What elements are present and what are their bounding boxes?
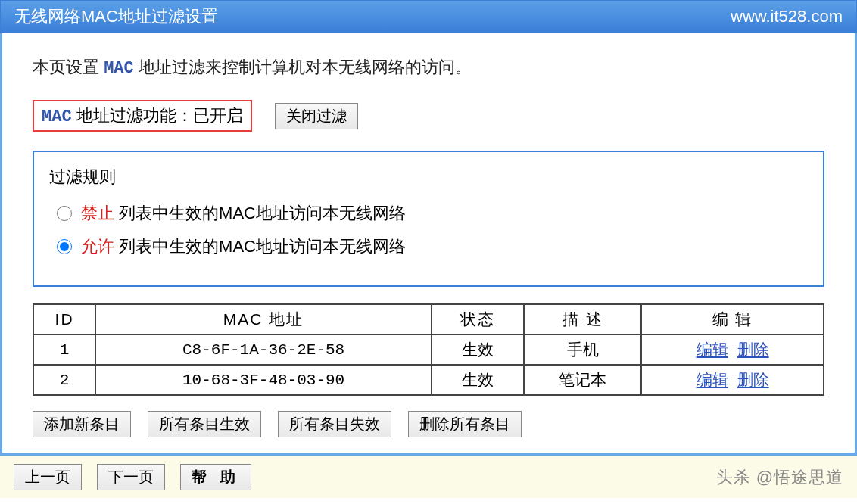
help-button[interactable]: 帮 助 [180,464,251,490]
cell-id: 1 [33,334,95,365]
mac-literal: MAC [104,59,134,78]
table-row: 1 C8-6F-1A-36-2E-58 生效 手机 编辑删除 [33,334,824,365]
col-status: 状态 [432,304,524,334]
next-page-button[interactable]: 下一页 [97,464,165,490]
edit-link[interactable]: 编辑 [697,341,728,358]
bulk-action-row: 添加新条目 所有条目生效 所有条目失效 删除所有条目 [33,411,824,437]
col-edit: 编 辑 [641,304,824,334]
filter-status: MAC 地址过滤功能：已开启 [33,100,252,132]
page-header: 无线网络MAC地址过滤设置 www.it528.com [0,0,857,33]
delete-all-button[interactable]: 删除所有条目 [408,411,522,437]
cell-id: 2 [33,365,95,395]
deny-keyword: 禁止 [81,204,114,222]
delete-link[interactable]: 删除 [737,371,769,388]
radio-deny[interactable] [57,206,72,221]
edit-link[interactable]: 编辑 [697,371,728,388]
site-url: www.it528.com [731,7,843,26]
filter-rules-box: 过滤规则 禁止 列表中生效的MAC地址访问本无线网络 允许 列表中生效的MAC地… [33,151,824,287]
cell-actions: 编辑删除 [641,334,824,365]
cell-status: 生效 [432,334,524,365]
rule-option-deny[interactable]: 禁止 列表中生效的MAC地址访问本无线网络 [57,202,808,225]
toggle-filter-button[interactable]: 关闭过滤 [275,103,358,129]
content-area: 本页设置 MAC 地址过滤来控制计算机对本无线网络的访问。 MAC 地址过滤功能… [0,33,857,455]
mac-filter-table: ID MAC 地址 状态 描 述 编 辑 1 C8-6F-1A-36-2E-58… [33,303,824,396]
col-id: ID [33,304,95,334]
rules-title: 过滤规则 [49,166,808,188]
page-title: 无线网络MAC地址过滤设置 [14,5,218,28]
table-header-row: ID MAC 地址 状态 描 述 编 辑 [33,304,824,334]
col-desc: 描 述 [524,304,641,334]
cell-desc: 手机 [524,334,641,365]
cell-mac: 10-68-3F-48-03-90 [95,365,432,395]
allow-keyword: 允许 [81,237,114,256]
add-entry-button[interactable]: 添加新条目 [33,411,131,437]
cell-desc: 笔记本 [524,365,641,395]
disable-all-button[interactable]: 所有条目失效 [278,411,391,437]
filter-status-row: MAC 地址过滤功能：已开启 关闭过滤 [33,100,824,132]
cell-mac: C8-6F-1A-36-2E-58 [95,334,432,365]
watermark-text: 头杀 @悟途思道 [716,466,843,489]
cell-status: 生效 [432,365,524,395]
cell-actions: 编辑删除 [641,365,824,395]
radio-allow[interactable] [57,239,72,254]
col-mac: MAC 地址 [95,304,432,334]
footer-nav: 上一页 下一页 帮 助 头杀 @悟途思道 [0,455,857,498]
prev-page-button[interactable]: 上一页 [14,464,82,490]
intro-text: 本页设置 MAC 地址过滤来控制计算机对本无线网络的访问。 [33,56,824,79]
delete-link[interactable]: 删除 [737,341,769,358]
enable-all-button[interactable]: 所有条目生效 [148,411,261,437]
rule-option-allow[interactable]: 允许 列表中生效的MAC地址访问本无线网络 [57,235,808,258]
table-row: 2 10-68-3F-48-03-90 生效 笔记本 编辑删除 [33,365,824,395]
